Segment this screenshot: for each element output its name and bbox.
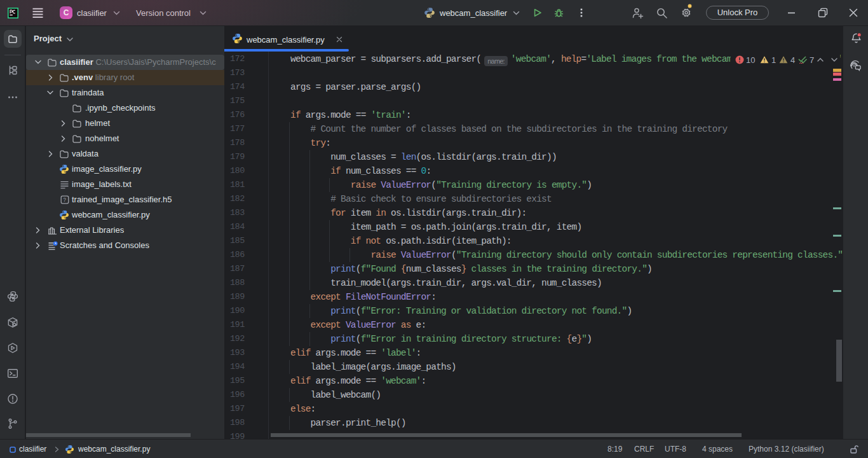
svg-text:?: ? — [63, 197, 66, 203]
